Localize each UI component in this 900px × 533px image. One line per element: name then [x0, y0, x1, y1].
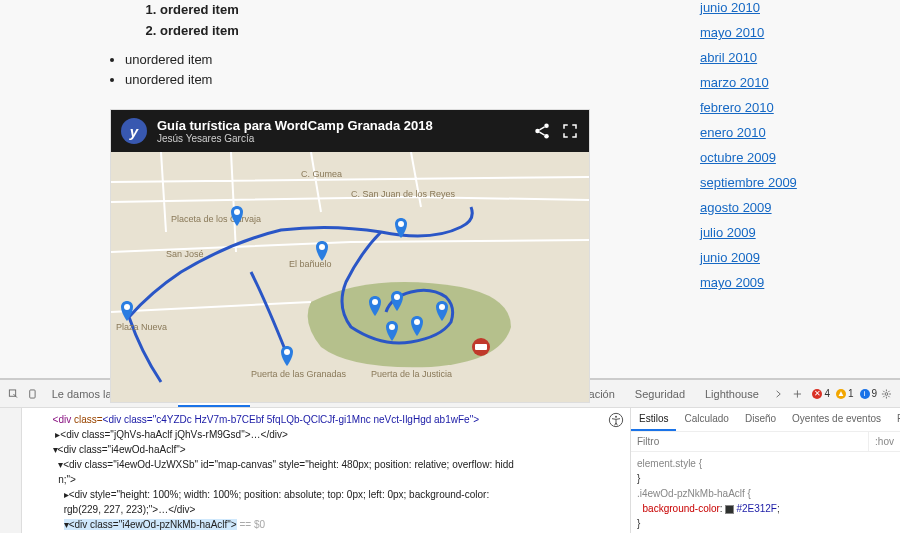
map-widget: y Guía turística para WordCamp Granada 2… — [110, 109, 590, 403]
map-label: C. San Juan de los Reyes — [351, 189, 456, 199]
archive-link[interactable]: febrero 2010 — [700, 100, 880, 115]
tab-layout[interactable]: Diseño — [737, 408, 784, 431]
dom-tree[interactable]: <div class=<div class="c4YZDc HzV7m-b7CE… — [22, 408, 630, 533]
map-logo: y — [121, 118, 147, 144]
dom-line-selected[interactable]: ▾<div class="i4ewOd-pzNkMb-haAclf"> == $… — [22, 517, 630, 532]
warn-badge[interactable]: ▲1 — [836, 388, 854, 399]
map-canvas[interactable]: C. Gumea C. San Juan de los Reyes Placet… — [111, 152, 589, 402]
archive-link[interactable]: octubre 2009 — [700, 150, 880, 165]
dom-line[interactable]: ▸<div class="jQhVs-haAclf jQhVs-rM9Gsd">… — [22, 427, 630, 442]
map-label: Placeta de los Carvaja — [171, 214, 261, 224]
tab-styles[interactable]: Estilos — [631, 408, 676, 431]
svg-point-11 — [389, 324, 395, 330]
svg-point-19 — [615, 416, 617, 418]
archive-link[interactable]: junio 2010 — [700, 0, 880, 15]
archive-link[interactable]: agosto 2009 — [700, 200, 880, 215]
svg-point-1 — [535, 129, 540, 134]
dom-line[interactable]: ▾<div class="i4ewOd-haAclf"> — [22, 442, 630, 457]
tab-security[interactable]: Seguridad — [625, 382, 695, 406]
svg-point-2 — [544, 134, 549, 139]
svg-point-17 — [885, 392, 888, 395]
archive-link[interactable]: abril 2010 — [700, 50, 880, 65]
map-label: Puerta de las Granadas — [251, 369, 347, 379]
share-icon[interactable] — [533, 122, 551, 140]
archive-link[interactable]: junio 2009 — [700, 250, 880, 265]
tab-lighthouse[interactable]: Lighthouse — [695, 382, 769, 406]
map-title: Guía turística para WordCamp Granada 201… — [157, 118, 523, 133]
dom-line[interactable]: ▾<div class="i4ewOd-UzWXSb" id="map-canv… — [22, 457, 630, 472]
svg-point-12 — [414, 319, 420, 325]
archive-link[interactable]: mayo 2009 — [700, 275, 880, 290]
archive-link[interactable]: septiembre 2009 — [700, 175, 880, 190]
list-item: unordered item — [125, 70, 680, 91]
tab-listeners[interactable]: Oyentes de eventos — [784, 408, 889, 431]
styles-panel: Estilos Calculado Diseño Oyentes de even… — [630, 408, 900, 533]
dom-line[interactable]: <div class=<div class="c4YZDc HzV7m-b7CE… — [22, 412, 630, 427]
tab-breakpoints[interactable]: Puntos de inter — [889, 408, 900, 431]
fullscreen-icon[interactable] — [561, 122, 579, 140]
archive-link[interactable]: enero 2010 — [700, 125, 880, 140]
list-item: ordered item — [160, 21, 680, 42]
map-label: C. Gumea — [301, 169, 342, 179]
svg-point-13 — [439, 304, 445, 310]
dom-line[interactable]: ▸<div style="height: 100%; width: 100%; … — [22, 487, 630, 502]
map-header: y Guía turística para WordCamp Granada 2… — [111, 110, 589, 152]
list-item: unordered item — [125, 50, 680, 71]
info-badge[interactable]: i9 — [860, 388, 878, 399]
archive-link[interactable]: julio 2009 — [700, 225, 880, 240]
svg-rect-16 — [30, 389, 35, 397]
svg-point-4 — [234, 209, 240, 215]
svg-point-5 — [319, 244, 325, 250]
archive-sidebar: junio 2010 mayo 2010 abril 2010 marzo 20… — [680, 0, 900, 378]
svg-point-9 — [372, 299, 378, 305]
svg-point-8 — [284, 349, 290, 355]
map-label: Puerta de la Justicia — [371, 369, 452, 379]
svg-point-6 — [398, 221, 404, 227]
styles-tabs: Estilos Calculado Diseño Oyentes de even… — [631, 408, 900, 432]
device-icon[interactable] — [27, 386, 38, 402]
chevron-right-icon[interactable] — [773, 386, 784, 402]
error-badge[interactable]: ✕4 — [812, 388, 830, 399]
ordered-list: ordered item ordered item — [160, 0, 680, 42]
tab-computed[interactable]: Calculado — [676, 408, 736, 431]
archive-link[interactable]: mayo 2010 — [700, 25, 880, 40]
styles-body[interactable]: element.style { } .i4ewOd-pzNkMb-haAclf … — [631, 452, 900, 533]
plus-icon[interactable] — [792, 386, 803, 402]
list-item: ordered item — [160, 0, 680, 21]
svg-point-7 — [124, 304, 130, 310]
dom-line[interactable]: rgb(229, 227, 223);">…</div> — [22, 502, 630, 517]
hov-toggle[interactable]: :hov — [868, 432, 900, 451]
map-label: El bañuelo — [289, 259, 332, 269]
devtools-gutter — [0, 408, 22, 533]
svg-rect-14 — [475, 344, 487, 350]
archive-link[interactable]: marzo 2010 — [700, 75, 880, 90]
map-label: San José — [166, 249, 204, 259]
inspect-icon[interactable] — [8, 386, 19, 402]
main-content: ordered item ordered item unordered item… — [0, 0, 680, 378]
svg-point-10 — [394, 294, 400, 300]
map-label: Plaza Nueva — [116, 322, 167, 332]
gear-icon[interactable] — [881, 386, 892, 402]
accessibility-icon[interactable] — [608, 412, 624, 428]
dom-line[interactable]: n;"> — [22, 472, 630, 487]
styles-filter-input[interactable] — [631, 432, 868, 451]
unordered-list: unordered item unordered item — [125, 50, 680, 92]
svg-point-0 — [544, 124, 549, 129]
map-subtitle: Jesús Yesares García — [157, 133, 523, 144]
